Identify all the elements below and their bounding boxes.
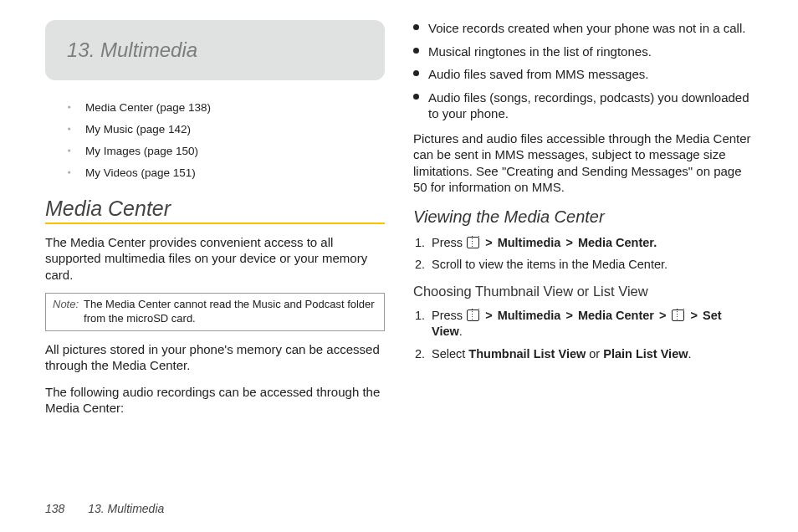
step-text: Select — [432, 347, 468, 361]
step-item: Press > Multimedia > Media Center. — [428, 235, 753, 252]
footer-chapter: 13. Multimedia — [88, 502, 164, 515]
section-heading-media-center: Media Center — [45, 197, 385, 221]
step-text: Press — [432, 309, 466, 322]
note-box: Note: The Media Center cannot read the M… — [45, 293, 385, 331]
menu-key-icon — [467, 237, 479, 248]
page-number: 138 — [45, 502, 64, 515]
menu-key-icon — [672, 309, 684, 321]
toc-item: My Images (page 150) — [67, 144, 385, 160]
page-footer: 138 13. Multimedia — [45, 502, 164, 515]
intro-paragraph: The Media Center provides convenient acc… — [45, 234, 385, 284]
step-item: Select Thumbnail List View or Plain List… — [428, 346, 753, 363]
gt-separator: > — [485, 236, 492, 249]
chapter-heading-tab: 13. Multimedia — [45, 20, 385, 80]
step-item: Scroll to view the items in the Media Ce… — [428, 257, 753, 274]
bullet-item: Musical ringtones in the list of rington… — [413, 43, 753, 60]
toc-item: My Videos (page 151) — [67, 166, 385, 182]
gt-separator: > — [691, 309, 698, 322]
subsection-thumbnail: Choosing Thumbnail View or List View — [413, 284, 753, 299]
mms-paragraph: Pictures and audio files accessible thro… — [413, 130, 753, 196]
step-bold: Thumbnail List View — [468, 347, 586, 361]
right-column: Voice records created when your phone wa… — [413, 20, 753, 478]
left-column: 13. Multimedia Media Center (page 138) M… — [45, 20, 385, 478]
toc-item: Media Center (page 138) — [67, 100, 385, 116]
step-text: or — [586, 347, 603, 361]
step-bold: Multimedia — [498, 236, 561, 249]
step-item: Press > Multimedia > Media Center > > Se… — [428, 308, 753, 340]
gt-separator: > — [565, 309, 572, 322]
step-bold: Media Center — [578, 309, 654, 322]
bullet-item: Audio files (songs, recordings, podcasts… — [413, 90, 753, 122]
steps-thumbnail: Press > Multimedia > Media Center > > Se… — [428, 308, 753, 363]
step-bold: Plain List View — [603, 347, 688, 361]
audio-bullets: Voice records created when your phone wa… — [413, 20, 753, 122]
page-columns: 13. Multimedia Media Center (page 138) M… — [45, 20, 753, 478]
bullet-item: Voice records created when your phone wa… — [413, 20, 753, 37]
body-paragraph: All pictures stored in your phone's memo… — [45, 341, 385, 374]
chapter-title: 13. Multimedia — [67, 38, 365, 62]
body-paragraph: The following audio recordings can be ac… — [45, 384, 385, 417]
toc-list: Media Center (page 138) My Music (page 1… — [67, 100, 385, 182]
gt-separator: > — [659, 309, 666, 322]
subsection-viewing: Viewing the Media Center — [413, 207, 753, 227]
step-bold: Media Center. — [578, 236, 657, 249]
bullet-item: Audio files saved from MMS messages. — [413, 66, 753, 83]
note-text: The Media Center cannot read the Music a… — [84, 298, 377, 326]
step-text: Press — [432, 236, 466, 249]
menu-key-icon — [467, 309, 479, 321]
note-label: Note: — [53, 298, 79, 326]
steps-viewing: Press > Multimedia > Media Center. Scrol… — [428, 235, 753, 274]
step-text: . — [688, 347, 692, 361]
gt-separator: > — [485, 309, 492, 322]
gt-separator: > — [565, 236, 572, 249]
toc-item: My Music (page 142) — [67, 122, 385, 138]
step-bold: Multimedia — [498, 309, 561, 322]
section-rule — [45, 223, 385, 224]
